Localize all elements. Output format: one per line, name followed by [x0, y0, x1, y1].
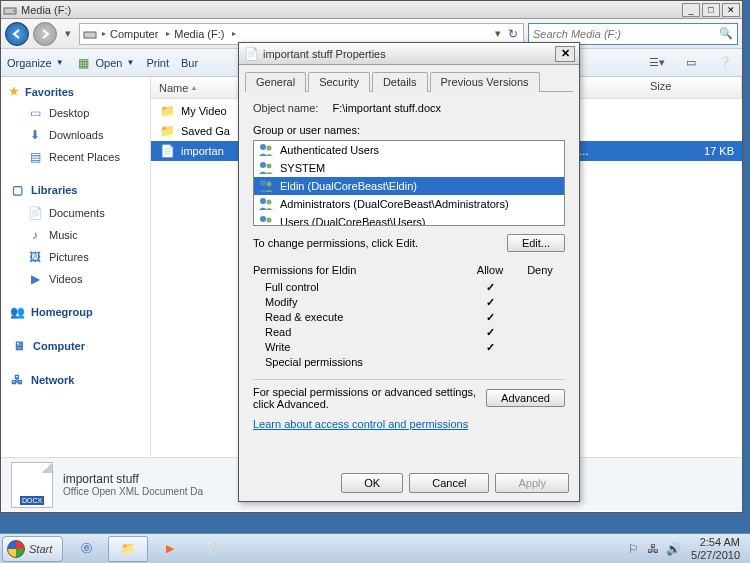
- close-button[interactable]: ✕: [722, 3, 740, 17]
- drive-icon: [3, 3, 17, 17]
- permission-row: Read & execute✓: [253, 310, 565, 325]
- network-header[interactable]: 🖧Network: [1, 368, 150, 392]
- libraries-icon: ▢: [9, 182, 25, 198]
- tab-previous-versions[interactable]: Previous Versions: [430, 72, 540, 92]
- svg-point-6: [267, 164, 272, 169]
- minimize-button[interactable]: _: [682, 3, 700, 17]
- svg-rect-2: [84, 32, 96, 38]
- taskbar-wmp[interactable]: ▶: [150, 536, 190, 562]
- maximize-button[interactable]: □: [702, 3, 720, 17]
- tab-security[interactable]: Security: [308, 72, 370, 92]
- nav-documents[interactable]: 📄Documents: [1, 202, 150, 224]
- tray-network-icon[interactable]: 🖧: [645, 541, 661, 557]
- allow-check: ✓: [465, 296, 515, 309]
- user-row[interactable]: Eldin (DualCoreBeast\Eldin): [254, 177, 564, 195]
- help-icon: ❔: [205, 542, 219, 555]
- permission-row: Special permissions: [253, 355, 565, 369]
- forward-button[interactable]: [33, 22, 57, 46]
- dialog-title: important stuff Properties: [263, 48, 555, 60]
- nav-videos[interactable]: ▶Videos: [1, 268, 150, 290]
- nav-music[interactable]: ♪Music: [1, 224, 150, 246]
- computer-header[interactable]: 🖥Computer: [3, 334, 148, 358]
- tab-details[interactable]: Details: [372, 72, 428, 92]
- clock[interactable]: 2:54 AM 5/27/2010: [685, 536, 746, 560]
- view-button[interactable]: ☰▾: [646, 53, 668, 73]
- start-button[interactable]: Start: [2, 536, 63, 562]
- desktop-icon: ▭: [27, 105, 43, 121]
- windows-orb-icon: [7, 540, 25, 558]
- ie-icon: ⓔ: [81, 541, 92, 556]
- homegroup-header[interactable]: 👥Homegroup: [1, 300, 150, 324]
- taskbar-ie[interactable]: ⓔ: [66, 536, 106, 562]
- svg-point-3: [260, 144, 266, 150]
- deny-header: Deny: [515, 264, 565, 276]
- nav-recent[interactable]: ▤Recent Places: [1, 146, 150, 168]
- user-icon: [258, 179, 274, 193]
- computer-icon: 🖥: [11, 338, 27, 354]
- taskbar-help[interactable]: ❔: [192, 536, 232, 562]
- group-label: Group or user names:: [253, 124, 565, 136]
- allow-check: ✓: [465, 281, 515, 294]
- details-type: Office Open XML Document Da: [63, 486, 203, 497]
- allow-check: ✓: [465, 341, 515, 354]
- user-icon: [258, 215, 274, 226]
- tray-flag-icon[interactable]: ⚐: [625, 541, 641, 557]
- preview-pane-button[interactable]: ▭: [680, 53, 702, 73]
- search-icon[interactable]: 🔍: [719, 27, 733, 40]
- svg-point-1: [13, 10, 15, 12]
- search-input[interactable]: [533, 28, 715, 40]
- pictures-icon: 🖼: [27, 249, 43, 265]
- breadcrumb-media[interactable]: ▸Media (F:)▸: [162, 28, 240, 40]
- nav-pane: ★Favorites ▭Desktop ⬇Downloads ▤Recent P…: [1, 77, 151, 457]
- user-row[interactable]: Administrators (DualCoreBeast\Administra…: [254, 195, 564, 213]
- tray-volume-icon[interactable]: 🔊: [665, 541, 681, 557]
- dialog-titlebar[interactable]: 📄 important stuff Properties ✕: [239, 43, 579, 65]
- svg-point-12: [267, 218, 272, 223]
- edit-button[interactable]: Edit...: [507, 234, 565, 252]
- advanced-button[interactable]: Advanced: [486, 389, 565, 407]
- learn-link[interactable]: Learn about access control and permissio…: [253, 418, 468, 430]
- cancel-button[interactable]: Cancel: [409, 473, 489, 493]
- user-icon: [258, 161, 274, 175]
- nav-desktop[interactable]: ▭Desktop: [1, 102, 150, 124]
- print-button[interactable]: Print: [146, 57, 169, 69]
- user-row[interactable]: SYSTEM: [254, 159, 564, 177]
- ok-button[interactable]: OK: [341, 473, 403, 493]
- libraries-header[interactable]: ▢Libraries: [1, 178, 150, 202]
- burn-button[interactable]: Bur: [181, 57, 198, 69]
- tab-general[interactable]: General: [245, 72, 306, 92]
- object-name-label: Object name:: [253, 102, 318, 114]
- details-name: important stuff: [63, 472, 203, 486]
- favorites-header[interactable]: ★Favorites: [1, 81, 150, 102]
- homegroup-icon: 👥: [9, 304, 25, 320]
- wmp-icon: ▶: [166, 542, 174, 555]
- taskbar-explorer[interactable]: 📁: [108, 536, 148, 562]
- drive-icon: [82, 26, 98, 42]
- user-row[interactable]: Authenticated Users: [254, 141, 564, 159]
- organize-button[interactable]: Organize ▼: [7, 57, 64, 69]
- music-icon: ♪: [27, 227, 43, 243]
- history-dropdown[interactable]: ▾: [61, 23, 75, 45]
- deny-check: [515, 341, 565, 354]
- user-row[interactable]: Users (DualCoreBeast\Users): [254, 213, 564, 226]
- svg-point-8: [267, 182, 272, 187]
- user-list[interactable]: Authenticated UsersSYSTEMEldin (DualCore…: [253, 140, 565, 226]
- nav-downloads[interactable]: ⬇Downloads: [1, 124, 150, 146]
- documents-icon: 📄: [27, 205, 43, 221]
- properties-dialog: 📄 important stuff Properties ✕ GeneralSe…: [238, 42, 580, 502]
- permission-row: Modify✓: [253, 295, 565, 310]
- deny-check: [515, 311, 565, 324]
- breadcrumb-computer[interactable]: ▸Computer: [98, 28, 162, 40]
- column-size[interactable]: Size: [642, 77, 742, 98]
- permission-row: Full control✓: [253, 280, 565, 295]
- back-button[interactable]: [5, 22, 29, 46]
- help-button[interactable]: ❔: [714, 53, 736, 73]
- nav-pictures[interactable]: 🖼Pictures: [1, 246, 150, 268]
- permission-row: Write✓: [253, 340, 565, 355]
- recent-icon: ▤: [27, 149, 43, 165]
- dialog-close-button[interactable]: ✕: [555, 46, 575, 62]
- open-button[interactable]: ▦Open ▼: [76, 55, 135, 71]
- refresh-icon[interactable]: ↻: [505, 26, 521, 42]
- apply-button[interactable]: Apply: [495, 473, 569, 493]
- star-icon: ★: [9, 85, 19, 98]
